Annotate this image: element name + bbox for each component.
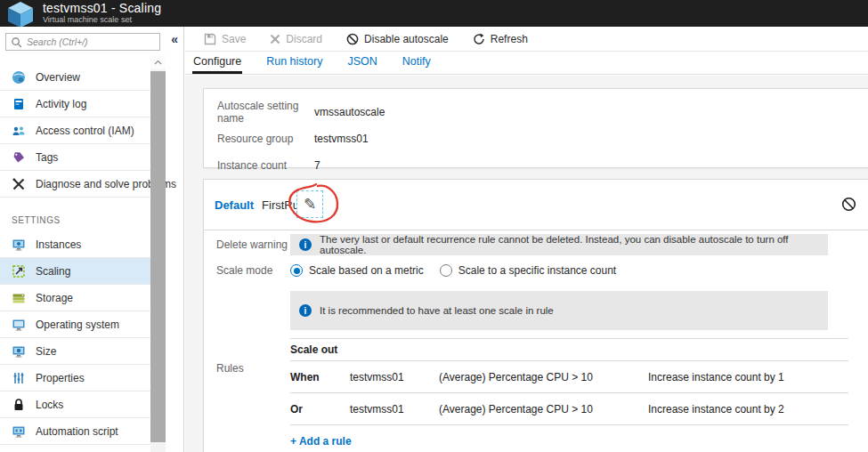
resource-titles: testvmss01 - Scaling Virtual machine sca…	[43, 1, 161, 24]
sidebar-item-size[interactable]: Size	[0, 338, 150, 365]
tab-run-history[interactable]: Run history	[265, 52, 323, 74]
sidebar-item-label: Size	[36, 345, 56, 358]
radio-label: Scale based on a metric	[309, 264, 424, 277]
field-value: testvmss01	[314, 133, 369, 145]
form-row-setting-name: Autoscale setting name vmssautoscale	[217, 99, 868, 125]
disable-autoscale-button[interactable]: Disable autoscale	[346, 33, 449, 45]
blade-tabs: Configure Run history JSON Notify	[185, 52, 868, 75]
refresh-label: Refresh	[491, 33, 528, 45]
radio-selected-icon[interactable]	[290, 264, 303, 277]
storage-icon	[12, 291, 26, 305]
form-row-instance-count: Instance count 7	[217, 152, 868, 179]
sidebar-item-access-control[interactable]: Access control (IAM)	[0, 117, 150, 144]
discard-button[interactable]: Discard	[270, 33, 322, 45]
page-subtitle: Virtual machine scale set	[43, 15, 161, 24]
scrollbar-up-arrow-icon[interactable]	[150, 55, 166, 69]
radio-scale-instance-count[interactable]: Scale to a specific instance count	[440, 264, 616, 277]
search-field[interactable]	[27, 36, 155, 47]
delete-warning-text: The very last or default recurrence rule…	[320, 234, 819, 255]
save-button[interactable]: Save	[204, 33, 246, 45]
sidebar-item-label: Locks	[36, 399, 63, 411]
rules-table: Scale out When testvmss01 (Average) Perc…	[290, 338, 848, 448]
operating-system-icon	[12, 318, 26, 332]
sidebar-item-label: Overview	[36, 71, 80, 84]
rules-label: Rules	[216, 338, 290, 448]
search-icon	[11, 36, 22, 48]
disable-autoscale-icon	[346, 33, 359, 45]
rule-condition: Or	[290, 403, 350, 416]
sidebar-item-tags[interactable]: Tags	[0, 144, 150, 171]
add-rule-link[interactable]: + Add a rule	[290, 424, 848, 448]
delete-warning-infobox: The very last or default recurrence rule…	[290, 234, 828, 255]
sidebar-item-overview[interactable]: Overview	[0, 64, 150, 91]
sidebar-item-automation-script[interactable]: Automation script	[0, 418, 150, 445]
sidebar-item-label: Properties	[36, 372, 85, 384]
tab-json[interactable]: JSON	[346, 52, 377, 74]
recommendation-infobox: It is recommended to have at least one s…	[290, 291, 828, 330]
access-control-icon	[12, 124, 26, 138]
page-title: testvmss01 - Scaling	[43, 1, 161, 15]
radio-label: Scale to a specific instance count	[458, 264, 616, 277]
sidebar-item-label: Tags	[36, 151, 58, 164]
azure-portal-window: testvmss01 - Scaling Virtual machine sca…	[0, 0, 868, 452]
sidebar-item-properties[interactable]: Properties	[0, 365, 150, 391]
tab-notify[interactable]: Notify	[402, 52, 432, 74]
configure-content: Autoscale setting name vmssautoscale Res…	[185, 76, 868, 452]
rule-criteria: (Average) Percentage CPU > 10	[439, 371, 648, 383]
sidebar-menu: Overview Activity log Access control (IA…	[0, 64, 150, 445]
edit-profile-button[interactable]: ✎	[296, 190, 323, 218]
sidebar-item-activity-log[interactable]: Activity log	[0, 91, 150, 117]
rules-section: Rules Scale out When testvmss01 (Average…	[216, 338, 868, 448]
save-label: Save	[222, 33, 246, 45]
sidebar-item-scaling[interactable]: Scaling	[0, 258, 150, 285]
search-input[interactable]	[5, 33, 160, 51]
rule-resource: testvmss01	[350, 371, 439, 383]
scrollbar-thumb[interactable]	[150, 71, 166, 442]
sidebar-item-label: Activity log	[36, 98, 86, 110]
size-icon	[12, 344, 26, 359]
scale-mode-options: Scale based on a metric Scale to a speci…	[290, 264, 616, 277]
rule-resource: testvmss01	[350, 403, 439, 416]
command-bar: Save Discard Disable autoscale Refresh	[185, 27, 868, 52]
overview-icon	[12, 70, 26, 85]
sidebar-item-instances[interactable]: Instances	[0, 231, 150, 258]
refresh-button[interactable]: Refresh	[473, 33, 528, 45]
form-row-resource-group: Resource group testvmss01	[217, 125, 868, 152]
tags-icon	[12, 150, 26, 165]
radio-scale-metric[interactable]: Scale based on a metric	[290, 264, 424, 277]
collapse-sidebar-button[interactable]: «	[171, 32, 178, 46]
rule-action: Increase instance count by 2	[648, 403, 848, 416]
recommendation-text: It is recommended to have at least one s…	[320, 305, 554, 316]
sidebar-item-storage[interactable]: Storage	[0, 285, 150, 311]
sidebar-item-label: Storage	[36, 292, 73, 304]
sidebar-item-operating-system[interactable]: Operating system	[0, 311, 150, 338]
sidebar-item-diagnose[interactable]: Diagnose and solve problems	[0, 171, 150, 198]
rule-action: Increase instance count by 1	[648, 371, 848, 383]
delete-warning-row: Delete warning The very last or default …	[216, 234, 868, 255]
radio-unselected-icon[interactable]	[440, 264, 452, 277]
scaling-blade: Save Discard Disable autoscale Refresh	[185, 27, 868, 452]
sidebar-item-label: Automation script	[36, 425, 118, 438]
sidebar-scrollbar[interactable]	[150, 55, 166, 452]
scaling-icon	[12, 264, 26, 278]
rule-row-2[interactable]: Or testvmss01 (Average) Percentage CPU >…	[290, 392, 848, 424]
sidebar-item-label: Instances	[36, 238, 81, 251]
automation-script-icon	[12, 424, 26, 439]
locks-icon	[12, 398, 26, 412]
refresh-icon	[473, 33, 485, 45]
disable-profile-icon[interactable]	[841, 197, 856, 212]
discard-x-icon	[270, 34, 280, 44]
instances-icon	[12, 238, 26, 252]
rule-criteria: (Average) Percentage CPU > 10	[439, 403, 648, 416]
autoscale-settings-card: Autoscale setting name vmssautoscale Res…	[203, 88, 868, 168]
scale-mode-label: Scale mode	[216, 264, 290, 277]
profile-default-label: Default	[215, 198, 254, 212]
tab-configure[interactable]: Configure	[192, 52, 242, 74]
sidebar-item-locks[interactable]: Locks	[0, 391, 150, 418]
scale-out-header: Scale out	[290, 339, 848, 360]
rule-row-1[interactable]: When testvmss01 (Average) Percentage CPU…	[290, 360, 848, 392]
info-icon	[299, 304, 312, 317]
rule-condition: When	[290, 371, 350, 383]
info-icon	[299, 238, 312, 251]
discard-label: Discard	[286, 33, 322, 45]
